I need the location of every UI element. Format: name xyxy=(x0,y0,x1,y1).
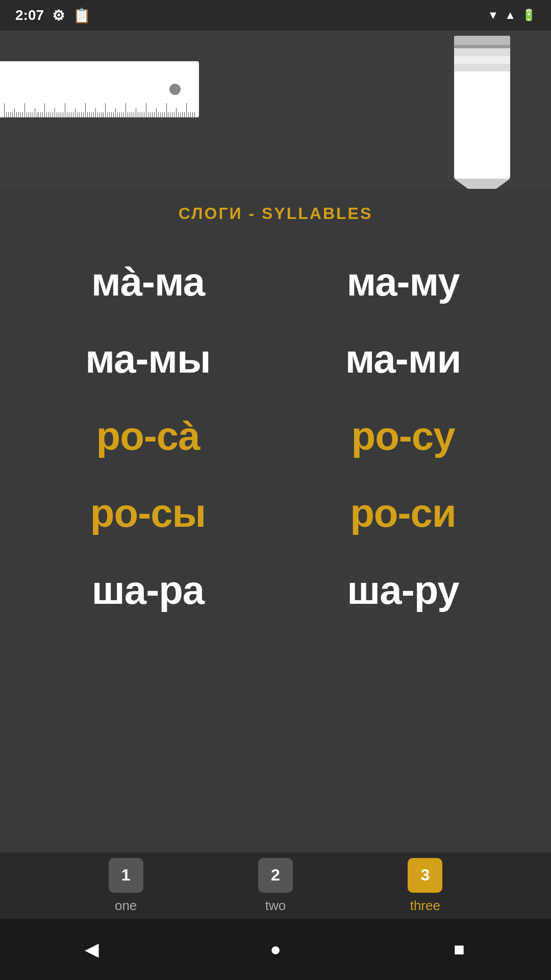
word-grid: мà-ма ма-му ма-мы ма-ми ро-сà ро-су ро-с… xyxy=(0,233,551,639)
word-cell-8[interactable]: ша-ра xyxy=(20,552,276,629)
word-cell-7[interactable]: ро-си xyxy=(276,475,531,552)
tab-one-badge: 1 xyxy=(109,858,143,893)
signal-icon: ▲ xyxy=(505,9,516,22)
tab-three-label: three xyxy=(410,898,440,914)
word-text-1: ма-му xyxy=(346,259,459,305)
system-nav: ◀ ● ■ xyxy=(0,919,551,980)
word-cell-4[interactable]: ро-сà xyxy=(20,398,276,475)
tab-one-number: 1 xyxy=(121,866,131,885)
tab-two-number: 2 xyxy=(271,866,280,885)
status-time: 2:07 xyxy=(15,7,44,23)
subtitle: СЛОГИ - SYLLABLES xyxy=(0,189,551,233)
word-text-0: мà-ма xyxy=(91,259,205,305)
pencil-decoration xyxy=(434,31,551,189)
home-button[interactable]: ● xyxy=(260,934,291,965)
battery-icon: 🔋 xyxy=(522,9,536,22)
word-cell-1[interactable]: ма-му xyxy=(276,243,531,321)
word-text-7: ро-си xyxy=(350,490,456,536)
ruler-hole xyxy=(169,84,181,95)
tab-two-badge: 2 xyxy=(258,858,293,893)
word-cell-3[interactable]: ма-ми xyxy=(276,321,531,398)
tab-two-label: two xyxy=(265,898,286,914)
back-button[interactable]: ◀ xyxy=(77,934,107,965)
settings-icon: ⚙ xyxy=(52,7,65,24)
tab-two[interactable]: 2 two xyxy=(258,858,293,914)
status-bar: 2:07 ⚙ 📋 ▼ ▲ 🔋 xyxy=(0,0,551,31)
clipboard-icon: 📋 xyxy=(73,7,91,24)
word-text-4: ро-сà xyxy=(96,413,199,459)
svg-marker-4 xyxy=(454,179,510,189)
word-cell-9[interactable]: ша-ру xyxy=(276,552,531,629)
word-text-8: ша-ра xyxy=(92,567,204,614)
svg-rect-6 xyxy=(454,45,510,48)
word-text-2: ма-мы xyxy=(85,336,210,382)
word-cell-5[interactable]: ро-су xyxy=(276,398,531,475)
word-cell-0[interactable]: мà-ма xyxy=(20,243,276,321)
tab-one-label: one xyxy=(115,898,137,914)
svg-rect-3 xyxy=(454,64,510,71)
ruler-ticks xyxy=(0,97,199,117)
tab-three-number: 3 xyxy=(420,866,430,885)
tab-three-badge: 3 xyxy=(408,858,442,893)
tab-one[interactable]: 1 one xyxy=(109,858,143,914)
word-text-3: ма-ми xyxy=(345,336,461,382)
tab-three[interactable]: 3 three xyxy=(408,858,442,914)
word-cell-2[interactable]: ма-мы xyxy=(20,321,276,398)
ruler-decoration xyxy=(0,61,199,117)
word-text-5: ро-су xyxy=(351,413,455,459)
header-area xyxy=(0,31,551,189)
word-text-6: ро-сы xyxy=(90,490,206,536)
recent-button[interactable]: ■ xyxy=(444,934,474,965)
subtitle-text: СЛОГИ - SYLLABLES xyxy=(179,204,372,223)
wifi-icon: ▼ xyxy=(487,9,498,22)
word-text-9: ша-ру xyxy=(347,567,459,614)
bottom-nav: 1 one 2 two 3 three xyxy=(0,852,551,919)
svg-rect-2 xyxy=(454,56,510,64)
word-cell-6[interactable]: ро-сы xyxy=(20,475,276,552)
